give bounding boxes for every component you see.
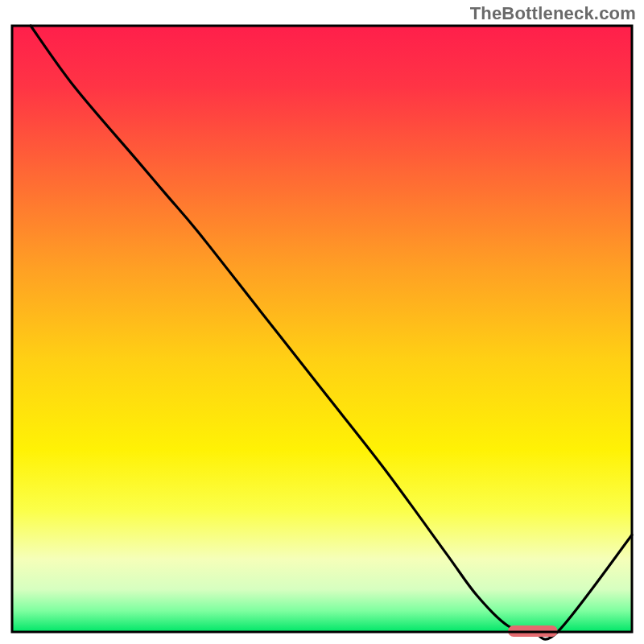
chart-heat-panel	[12, 26, 632, 632]
bottleneck-chart	[0, 0, 644, 644]
attribution-text: TheBottleneck.com	[470, 3, 636, 24]
